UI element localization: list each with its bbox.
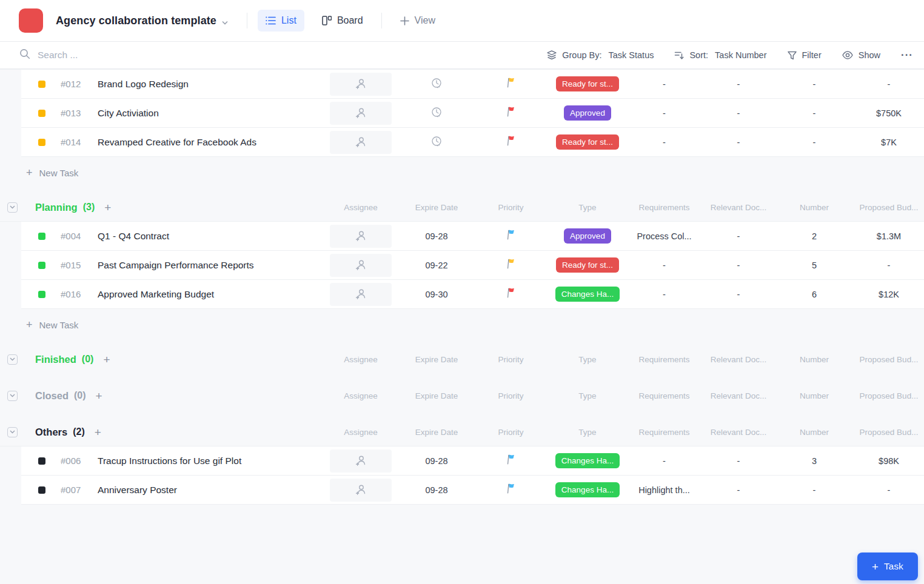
- collapse-toggle-icon[interactable]: [7, 202, 18, 213]
- task-relevant-doc[interactable]: -: [702, 251, 775, 279]
- task-status-icon[interactable]: [38, 233, 45, 240]
- filter-control[interactable]: Filter: [788, 50, 822, 60]
- priority-cell[interactable]: [473, 99, 549, 127]
- task-relevant-doc[interactable]: -: [702, 70, 775, 98]
- task-number[interactable]: 6: [775, 280, 854, 308]
- task-budget[interactable]: -: [854, 70, 924, 98]
- collapse-toggle-icon[interactable]: [7, 427, 18, 437]
- add-assignee-icon[interactable]: [330, 131, 392, 154]
- expire-date-cell[interactable]: [400, 70, 473, 98]
- group-add-task-icon[interactable]: +: [95, 426, 101, 438]
- task-row[interactable]: #006 Tracup Instructions for Use gif Plo…: [21, 446, 924, 476]
- priority-cell[interactable]: [473, 128, 549, 156]
- group-add-task-icon[interactable]: +: [104, 202, 111, 213]
- new-task-button[interactable]: + New Task: [0, 161, 78, 185]
- task-status-icon[interactable]: [38, 81, 45, 88]
- collapse-toggle-icon[interactable]: [7, 354, 18, 365]
- type-badge[interactable]: Ready for st...: [556, 257, 619, 273]
- add-assignee-icon[interactable]: [330, 102, 392, 125]
- task-number[interactable]: 5: [775, 251, 854, 279]
- task-title[interactable]: Tracup Instructions for Use gif Plot: [98, 456, 241, 466]
- group-add-task-icon[interactable]: +: [103, 354, 110, 365]
- add-assignee-icon[interactable]: [330, 73, 392, 96]
- type-badge[interactable]: Changes Ha...: [555, 287, 620, 302]
- task-number[interactable]: 3: [775, 446, 854, 475]
- task-row[interactable]: #016 Approved Marketing Budget 09-30: [21, 280, 924, 309]
- task-row[interactable]: #007 Anniversary Poster 09-28: [21, 476, 924, 505]
- add-assignee-icon[interactable]: [330, 225, 392, 248]
- task-status-icon[interactable]: [38, 457, 45, 465]
- expire-date-cell[interactable]: 09-30: [400, 280, 473, 308]
- add-assignee-icon[interactable]: [330, 254, 392, 277]
- expire-date-cell[interactable]: 09-28: [400, 476, 473, 504]
- task-number[interactable]: -: [775, 70, 854, 98]
- task-requirements[interactable]: -: [626, 446, 702, 475]
- priority-cell[interactable]: [473, 251, 549, 279]
- task-requirements[interactable]: Process Col...: [626, 222, 702, 250]
- tab-add-view[interactable]: View: [392, 10, 443, 32]
- tab-board[interactable]: Board: [314, 10, 371, 32]
- task-relevant-doc[interactable]: -: [702, 446, 775, 475]
- task-title[interactable]: Brand Logo Redesign: [98, 79, 189, 90]
- task-title[interactable]: Approved Marketing Budget: [98, 289, 214, 300]
- sort-control[interactable]: Sort: Task Number: [674, 50, 766, 60]
- task-title[interactable]: Q1 - Q4 Contract: [98, 231, 169, 242]
- task-requirements[interactable]: -: [626, 99, 702, 127]
- task-requirements[interactable]: -: [626, 70, 702, 98]
- task-budget[interactable]: $1.3M: [854, 222, 924, 250]
- expire-date-cell[interactable]: [400, 128, 473, 156]
- group-by-control[interactable]: Group By: Task Status: [547, 50, 654, 60]
- task-budget[interactable]: $12K: [854, 280, 924, 308]
- expire-date-cell[interactable]: [400, 99, 473, 127]
- new-task-button[interactable]: + New Task: [0, 313, 78, 337]
- task-row[interactable]: #004 Q1 - Q4 Contract 09-28: [21, 222, 924, 251]
- task-requirements[interactable]: -: [626, 251, 702, 279]
- type-badge[interactable]: Approved: [564, 228, 611, 244]
- task-budget[interactable]: -: [854, 476, 924, 504]
- tab-list[interactable]: List: [258, 10, 304, 32]
- expire-date-cell[interactable]: 09-22: [400, 251, 473, 279]
- title-dropdown-caret[interactable]: [222, 16, 228, 27]
- type-badge[interactable]: Changes Ha...: [555, 482, 620, 497]
- task-row[interactable]: #012 Brand Logo Redesign: [21, 70, 924, 99]
- task-title[interactable]: Revamped Creative for Facebook Ads: [98, 137, 256, 148]
- task-title[interactable]: City Activiation: [98, 108, 159, 119]
- task-status-icon[interactable]: [38, 139, 45, 146]
- task-title[interactable]: Anniversary Poster: [98, 485, 177, 496]
- task-budget[interactable]: $750K: [854, 99, 924, 127]
- priority-cell[interactable]: [473, 476, 549, 504]
- task-row[interactable]: #014 Revamped Creative for Facebook Ads: [21, 128, 924, 157]
- add-task-button[interactable]: + Task: [857, 552, 918, 580]
- task-number[interactable]: -: [775, 99, 854, 127]
- task-row[interactable]: #015 Past Campaign Performance Reports 0…: [21, 251, 924, 280]
- show-control[interactable]: Show: [842, 50, 880, 60]
- task-number[interactable]: -: [775, 476, 854, 504]
- add-assignee-icon[interactable]: [330, 283, 392, 306]
- expire-date-cell[interactable]: 09-28: [400, 222, 473, 250]
- task-relevant-doc[interactable]: -: [702, 128, 775, 156]
- task-status-icon[interactable]: [38, 486, 45, 494]
- expire-date-cell[interactable]: 09-28: [400, 446, 473, 475]
- task-title[interactable]: Past Campaign Performance Reports: [98, 260, 254, 271]
- type-badge[interactable]: Ready for st...: [556, 134, 619, 150]
- task-status-icon[interactable]: [38, 291, 45, 298]
- task-budget[interactable]: $7K: [854, 128, 924, 156]
- search-input[interactable]: [38, 50, 232, 61]
- more-options-icon[interactable]: ···: [901, 49, 913, 61]
- group-add-task-icon[interactable]: +: [96, 390, 102, 402]
- task-row[interactable]: #013 City Activiation: [21, 99, 924, 128]
- task-relevant-doc[interactable]: -: [702, 99, 775, 127]
- task-number[interactable]: 2: [775, 222, 854, 250]
- priority-cell[interactable]: [473, 446, 549, 475]
- task-requirements[interactable]: Highlight th...: [626, 476, 702, 504]
- task-relevant-doc[interactable]: -: [702, 222, 775, 250]
- task-requirements[interactable]: -: [626, 280, 702, 308]
- task-status-icon[interactable]: [38, 110, 45, 117]
- collapse-toggle-icon[interactable]: [7, 391, 18, 401]
- task-relevant-doc[interactable]: -: [702, 476, 775, 504]
- task-budget[interactable]: $98K: [854, 446, 924, 475]
- task-budget[interactable]: -: [854, 251, 924, 279]
- type-badge[interactable]: Approved: [564, 105, 611, 121]
- type-badge[interactable]: Ready for st...: [556, 76, 619, 91]
- add-assignee-icon[interactable]: [330, 450, 392, 473]
